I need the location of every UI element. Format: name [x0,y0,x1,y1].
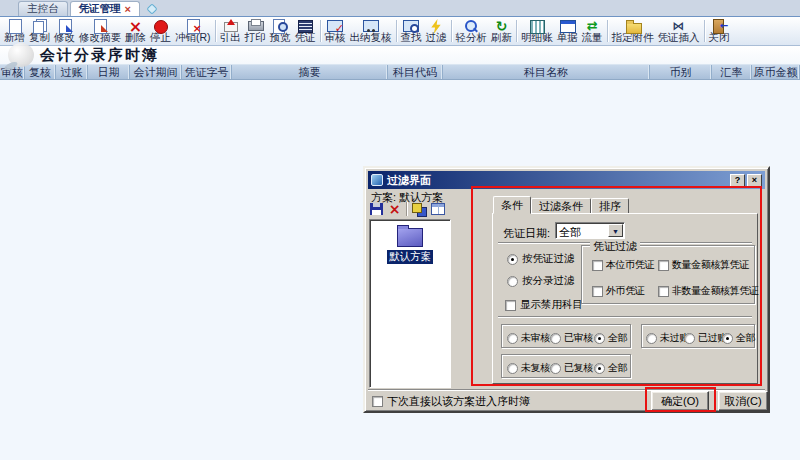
column-header[interactable]: 科目代码 [388,65,443,79]
stop-button[interactable]: 停止 [148,18,173,44]
filter-dialog: 过滤界面 ? × 方案: 默认方案 默认方案 条件 过滤条件 排序 凭证日期: [363,166,770,413]
save-scheme-icon[interactable] [370,203,383,215]
checkbox-icon [592,260,603,271]
tab-list-icon[interactable] [146,3,157,14]
app-window: 主控台 凭证管理 × 新增 复制 修改 修改摘要 删除 停止 冲销(R) 引出 … [0,0,800,444]
find-button[interactable]: 查找 [399,18,424,44]
toolbar-separator [396,20,397,42]
column-header[interactable]: 复核 [25,65,56,79]
logo-watermark-icon [8,43,34,67]
bill-button[interactable]: 单据 [555,18,580,44]
cashier-review-button[interactable]: 出纳复核 [348,18,394,44]
column-header[interactable]: 凭证字号 [182,65,232,79]
posted-radio[interactable]: 已过账 [684,331,727,345]
radio-icon [550,363,561,374]
audit-all-radio[interactable]: 全部 [594,331,627,345]
assign-attachment-button[interactable]: 指定附件 [610,18,656,44]
voucher-insert-button[interactable]: 凭证插入 [656,18,702,44]
tab-close-icon[interactable]: × [125,4,131,14]
voucher-button[interactable]: 凭证 [293,18,318,44]
toolbar-group-close: 关闭 [707,18,732,44]
dialog-tabs: 条件 过滤条件 排序 [493,196,629,214]
radio-icon [722,333,733,344]
groupbox-title: 凭证过滤 [590,239,640,254]
modify-button[interactable]: 修改 [52,18,77,44]
show-disabled-accounts-checkbox[interactable]: 显示禁用科目 [505,298,583,312]
audit-button[interactable]: 审核 [323,18,348,44]
delete-button[interactable]: 删除 [123,18,148,44]
tab-condition[interactable]: 条件 [493,196,531,214]
tab-filter-condition[interactable]: 过滤条件 [531,198,591,214]
not-audited-radio[interactable]: 未审核 [507,331,550,345]
filter-button[interactable]: 过滤 [424,18,449,44]
tab-main-console[interactable]: 主控台 [18,1,68,16]
dialog-help-button[interactable]: ? [730,174,745,187]
filter-by-entry-radio[interactable]: 按分录过滤 [507,274,575,288]
review-all-radio[interactable]: 全部 [594,361,627,375]
copy-scheme-icon[interactable] [412,203,426,216]
cashier-review-icon [363,19,379,32]
printer-icon [247,19,263,32]
voucher-date-value: 全部 [559,225,581,240]
post-state-group: 未过账 已过账 全部 [641,324,755,348]
dialog-close-button[interactable]: × [747,174,762,187]
cancel-button[interactable]: 取消(C) [718,391,768,411]
column-header[interactable]: 日期 [88,65,130,79]
scheme-list-item[interactable]: 默认方案 [370,228,450,264]
toolbar-separator [451,20,452,42]
tab-sort[interactable]: 排序 [591,198,629,214]
radio-icon [646,333,657,344]
preview-icon [272,19,288,32]
radio-icon [507,254,518,265]
column-header[interactable]: 会计期间 [130,65,182,79]
radio-label: 已复核 [564,361,593,375]
ok-button[interactable]: 确定(O) [651,391,709,411]
modify-summary-button[interactable]: 修改摘要 [77,18,123,44]
audited-radio[interactable]: 已审核 [550,331,593,345]
non-quantity-amount-voucher-checkbox[interactable]: 非数量金额核算凭证 [658,284,758,298]
mini-separator [406,202,407,216]
radio-label: 全部 [608,331,627,345]
base-currency-voucher-checkbox[interactable]: 本位币凭证 [592,258,654,272]
checkbox-label: 非数量金额核算凭证 [672,284,758,298]
folder-icon [625,19,641,32]
filter-by-voucher-radio[interactable]: 按凭证过滤 [507,252,575,266]
scheme-folder-icon [397,228,423,247]
post-all-radio[interactable]: 全部 [722,331,755,345]
new-button[interactable]: 新增 [2,18,27,44]
export-button[interactable]: 引出 [218,18,243,44]
column-header[interactable]: 汇率 [712,65,752,79]
close-window-button[interactable]: 关闭 [707,18,732,44]
toolbar-separator [215,20,216,42]
column-header[interactable]: 摘要 [232,65,388,79]
column-header[interactable]: 原币金额 [752,65,800,79]
reviewed-radio[interactable]: 已复核 [550,361,593,375]
detail-ledger-button[interactable]: 明细账 [519,18,555,44]
foreign-currency-voucher-checkbox[interactable]: 外币凭证 [592,284,644,298]
dialog-titlebar[interactable]: 过滤界面 ? × [368,171,765,189]
voucher-date-combobox[interactable]: 全部 ▼ [555,222,625,239]
not-posted-radio[interactable]: 未过账 [646,331,689,345]
delete-scheme-icon[interactable] [388,203,401,215]
preview-button[interactable]: 预览 [268,18,293,44]
main-toolbar: 新增 复制 修改 修改摘要 删除 停止 冲销(R) 引出 打印 预览 凭证 审核… [0,16,800,46]
copy-button[interactable]: 复制 [27,18,52,44]
column-header[interactable]: 科目名称 [443,65,650,79]
remember-scheme-checkbox[interactable]: 下次直接以该方案进入序时簿 [372,394,530,409]
refresh-button[interactable]: 刷新 [489,18,514,44]
print-button[interactable]: 打印 [243,18,268,44]
scheme-listbox[interactable]: 默认方案 [369,219,451,388]
scheme-grid-icon[interactable] [431,203,445,215]
reverse-button[interactable]: 冲销(R) [173,18,213,44]
column-header[interactable]: 币别 [650,65,712,79]
toolbar-group-output: 引出 打印 预览 凭证 [218,18,318,44]
analyze-button[interactable]: 轻分析 [454,18,490,44]
radio-icon [684,333,695,344]
not-reviewed-radio[interactable]: 未复核 [507,361,550,375]
dropdown-arrow-icon[interactable]: ▼ [608,224,623,237]
scheme-item-label: 默认方案 [387,250,433,264]
cashflow-button[interactable]: 流量 [580,18,605,44]
quantity-amount-voucher-checkbox[interactable]: 数量金额核算凭证 [658,258,749,272]
tab-voucher-management[interactable]: 凭证管理 × [70,1,140,16]
column-header[interactable]: 过账 [56,65,88,79]
